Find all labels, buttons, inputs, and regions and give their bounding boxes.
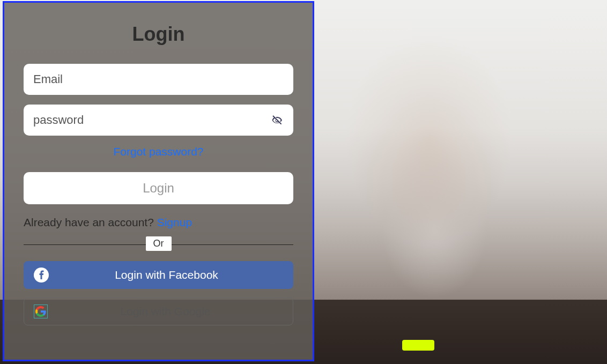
login-button[interactable]: Login bbox=[24, 172, 293, 204]
or-divider: Or bbox=[24, 236, 293, 252]
login-google-button[interactable]: Login with Google bbox=[24, 298, 293, 325]
signup-row: Already have an account? Signup bbox=[24, 216, 293, 229]
email-field-wrapper bbox=[24, 64, 293, 95]
highlighter-graphic bbox=[402, 340, 434, 351]
login-title: Login bbox=[24, 23, 293, 46]
email-input[interactable] bbox=[33, 72, 284, 86]
password-input[interactable] bbox=[33, 113, 284, 127]
forgot-password-row: Forgot password? bbox=[24, 145, 293, 158]
facebook-icon bbox=[33, 267, 49, 283]
signup-link[interactable]: Signup bbox=[157, 216, 192, 228]
signup-prompt-text: Already have an account? bbox=[24, 216, 157, 228]
facebook-button-label: Login with Facebook bbox=[49, 269, 284, 281]
login-panel: Login Forgot password? Login Already hav… bbox=[3, 1, 314, 361]
google-icon bbox=[34, 304, 48, 318]
login-facebook-button[interactable]: Login with Facebook bbox=[24, 261, 293, 289]
password-field-wrapper bbox=[24, 105, 293, 136]
google-button-label: Login with Google bbox=[48, 305, 283, 318]
visibility-off-icon[interactable] bbox=[271, 114, 284, 127]
or-label: Or bbox=[146, 236, 172, 251]
forgot-password-link[interactable]: Forgot password? bbox=[113, 145, 203, 158]
